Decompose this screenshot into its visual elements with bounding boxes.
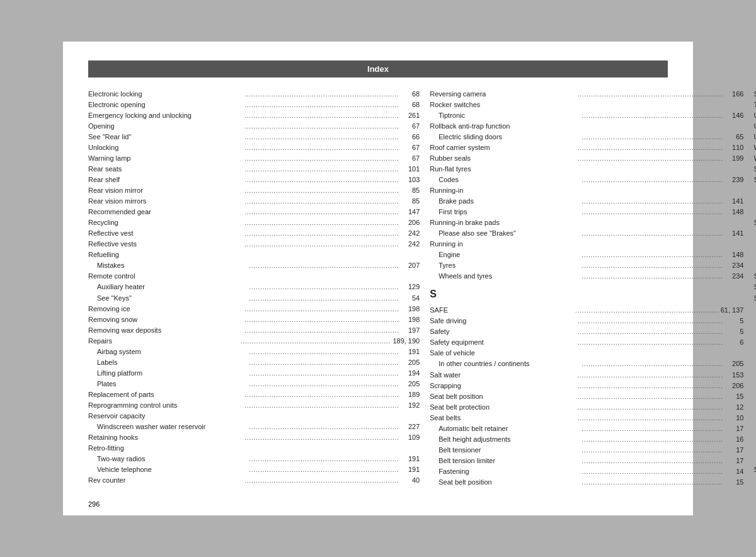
list-item: Rear seats .............................… [753,432,756,443]
entry-dots: ........................................… [577,326,723,337]
entry-text: Running in [430,239,743,250]
list-item: Adjusting the head restraints ..........… [753,304,756,314]
list-item: Tyres ..................................… [430,260,743,271]
list-item: Plates .................................… [88,379,420,389]
entry-text: Rubber seals [430,153,576,164]
entry-text: Brake pads [430,196,580,207]
entry-text: SEAT information system [753,282,756,292]
entry-page: 261 [401,110,420,121]
list-item: Seat belts .............................… [430,413,743,423]
list-item: Removing wax deposits ..................… [88,325,420,336]
entry-text: Running-in [430,185,743,196]
entry-text: SAFE [430,305,574,316]
entry-text: Salt water [430,370,576,381]
entry-dots: ........................................… [581,175,723,185]
list-item: Electronic opening .....................… [88,100,420,110]
list-item: Lifting platform .......................… [88,368,420,379]
entry-page: 17 [724,445,743,456]
column-1: Electronic locking .....................… [88,89,425,497]
entry-dots: ........................................… [581,196,723,207]
entry-page: 206 [401,217,420,228]
page-number: 296 [88,500,100,508]
entry-text: Scrapping [430,381,576,391]
entry-text: Number of seats [753,422,756,432]
entry-dots: ........................................… [249,293,399,304]
list-item: Auxiliary heater .......................… [88,282,420,292]
entry-text: Warning lamp [88,153,243,164]
list-item: Correct position .......................… [753,347,756,357]
entry-text: Removing ice [88,304,243,314]
entry-text: Removing the head restraints [753,443,756,454]
entry-page: 242 [401,228,420,239]
list-item: Convenient entry function for the third … [753,228,756,239]
list-item: Fitting the head restraints ............… [753,368,756,379]
list-item: cleaning Alcantara .....................… [753,486,756,497]
entry-page: 205 [724,359,743,369]
entry-dots: ........................................… [581,228,723,239]
entry-text: Removing wax deposits [88,325,243,336]
column-3: Seat belt status display ...............… [748,89,756,497]
entry-text: Electric sliding doors [430,132,580,142]
entry-text: Electric front seat [753,357,756,368]
list-item: Scrapping ..............................… [430,381,743,391]
page-container: Index Electronic locking ...............… [63,42,693,516]
entry-dots: ........................................… [581,260,723,271]
entry-dots: ........................................… [575,305,719,316]
list-item: Running-in [430,185,743,196]
entry-dots: ........................................… [249,282,399,292]
entry-dots: ........................................… [581,466,723,477]
entry-text: Auxiliary heater [88,282,248,292]
entry-page: 5 [724,316,743,326]
list-item: Emergency locking and unlocking ........… [88,110,420,121]
entry-page: 147 [401,207,420,217]
entry-page: 242 [401,239,420,250]
list-item: Safe driving ...........................… [430,316,743,326]
entry-dots: ........................................… [244,325,399,336]
list-item: Safety .................................… [430,326,743,337]
list-item: Seat belt protection ...................… [430,402,743,413]
entry-text: Seat belt status display [753,89,756,100]
entry-dots: ........................................… [577,370,723,381]
entry-text: Seat belts [430,413,576,423]
entry-dots: ........................................… [577,337,723,348]
list-item: SAFE ...................................… [430,305,743,316]
entry-text: Belt tensioner [430,445,580,456]
entry-text: Seat belt protection [430,402,576,413]
entry-dots: ........................................… [244,304,399,314]
list-item: Electric front seat ....................… [753,357,756,368]
column-2: Reversing camera .......................… [425,89,748,497]
list-item: Labels .................................… [88,357,420,368]
entry-text: Two-way radios [88,454,248,464]
entry-text: Safety equipment [430,337,576,348]
list-item: Seat belt status display ...............… [753,89,756,100]
entry-text: Alcantara [753,475,756,486]
list-item: Belt height adjustments ................… [430,434,743,445]
list-item: Safety equipment .......................… [430,337,743,348]
entry-text: Reprogramming control units [88,400,243,411]
list-item: seats ..................................… [753,336,756,347]
section-letter: S [430,287,743,302]
list-item: Belt tensioner .........................… [430,445,743,456]
entry-text: Reflective vest [88,228,243,239]
entry-text: See "Keys" [88,293,248,304]
list-item: First trips ............................… [430,207,743,217]
entry-text: See "Rear lid" [88,132,243,142]
entry-page: 166 [724,89,743,100]
entry-text: Electronic locking [88,89,243,100]
list-item: Reversing camera .......................… [430,89,743,100]
entry-text: Retaining hooks [88,432,243,443]
list-item: Unfastened .............................… [753,110,756,121]
entry-text: Reflective vests [88,239,243,250]
list-item: Electric sliding doors .................… [430,132,743,142]
list-item: Electronic locking .....................… [88,89,420,100]
entry-text: Rocker switches [430,100,743,110]
list-item: Recycling ..............................… [88,217,420,228]
entry-page: 205 [401,357,420,368]
entry-dots: ........................................… [244,89,399,100]
entry-text: ger seat [753,260,756,271]
entry-text: Removing snow [88,314,243,325]
entry-text: Seat heating [753,271,756,282]
entry-text: cleaning Alcantara [753,486,756,497]
entry-text: Seat functions [753,217,756,228]
list-item: Run-flat tyres [430,164,743,175]
